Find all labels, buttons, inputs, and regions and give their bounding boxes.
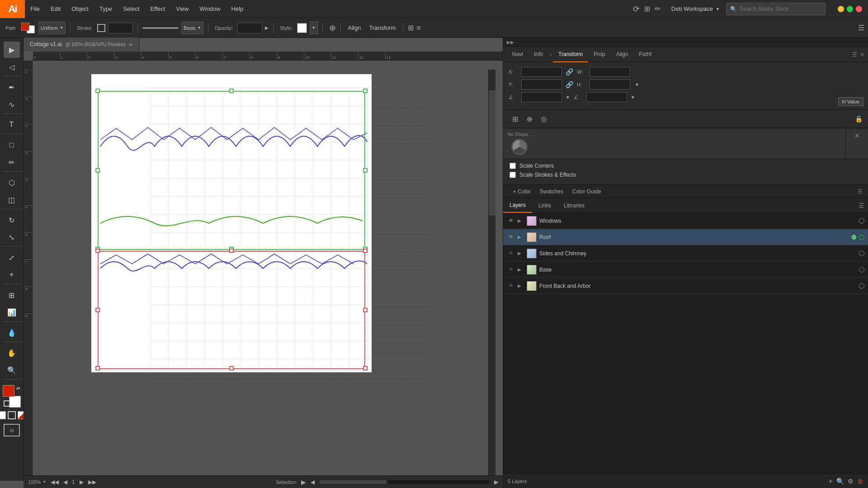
selection-tool[interactable]: ▶ — [4, 42, 20, 58]
layer-visibility-sides[interactable]: 👁 — [507, 249, 515, 258]
no-fill-button[interactable] — [8, 411, 16, 419]
stroke-color-swatch[interactable] — [97, 24, 105, 32]
menu-view[interactable]: View — [170, 0, 194, 18]
search-stock-input[interactable] — [740, 6, 816, 12]
paint-bucket-tool[interactable]: ⬡ — [4, 174, 20, 191]
layer-item-windows[interactable]: 👁 ▶ Windows — [503, 213, 868, 229]
workspace-selector[interactable]: Deb Workspace ▼ — [665, 0, 726, 18]
layer-target-sides[interactable] — [859, 251, 864, 256]
stroke-type-dropdown[interactable]: Basic ▼ — [181, 22, 203, 34]
delete-layer-button[interactable]: 🗑 — [857, 478, 863, 485]
w-input[interactable]: 8.5 in — [590, 67, 630, 77]
layer-item-base[interactable]: 👁 ▶ Base — [503, 262, 868, 278]
style-dropdown[interactable]: ▼ — [310, 22, 318, 34]
tab-transform[interactable]: Transform — [553, 47, 588, 62]
chevron-down-icon[interactable]: ▼ — [631, 95, 635, 100]
layer-expand-sides[interactable]: ▶ — [518, 251, 524, 256]
grid-icon[interactable]: ⊞ — [509, 113, 521, 125]
align-icon[interactable]: ≡ — [416, 24, 420, 32]
constrain-icon[interactable]: 🔗 — [566, 81, 573, 88]
style-swatch[interactable] — [297, 23, 307, 33]
opacity-expand-icon[interactable]: ▶ — [265, 25, 269, 30]
width-tool[interactable]: ⤢ — [4, 249, 20, 266]
layer-target-front[interactable] — [859, 283, 864, 289]
layers-list[interactable]: 👁 ▶ Windows 👁 ▶ Roof 👁 ▶ Sides and Ch — [503, 213, 868, 474]
eyedropper-tool[interactable]: 💧 — [4, 324, 20, 341]
angle-input[interactable]: 0° — [521, 92, 562, 102]
more-icon[interactable]: ☰ — [858, 23, 864, 32]
next-page-button[interactable]: ▶▶ — [88, 479, 96, 485]
layer-visibility-base[interactable]: 👁 — [507, 266, 515, 274]
color-panel-menu-icon[interactable]: ☰ — [858, 188, 863, 195]
tab-info[interactable]: Info — [528, 47, 548, 62]
prev-frame-button[interactable]: ◀ — [63, 479, 67, 485]
menu-select[interactable]: Select — [118, 0, 145, 18]
zoom-display[interactable]: 100% ▼ — [28, 479, 46, 485]
layer-target-roof[interactable] — [859, 235, 864, 240]
tab-color-guide[interactable]: Color Guide — [568, 185, 606, 198]
panel-options-icon[interactable]: ☰ — [852, 52, 857, 58]
menu-effect[interactable]: Effect — [145, 0, 170, 18]
scale-strokes-checkbox[interactable] — [509, 172, 516, 178]
menu-help[interactable]: Help — [226, 0, 249, 18]
next-frame-button[interactable]: ▶ — [80, 479, 84, 485]
pencil-tool[interactable]: ✏ — [4, 154, 20, 170]
scroll-left-button[interactable]: ◀ — [311, 479, 315, 485]
stroke-width-input[interactable]: 1 pt — [108, 23, 133, 33]
close-doc-button[interactable]: ✕ — [129, 42, 132, 47]
tab-links[interactable]: Links — [532, 198, 557, 213]
scale-corners-checkbox[interactable] — [509, 163, 516, 169]
brush-icon[interactable]: ✏ — [655, 5, 660, 13]
chevron-down-icon[interactable]: ▼ — [635, 82, 639, 87]
layer-expand-front[interactable]: ▶ — [518, 283, 524, 288]
fill-color-picker[interactable] — [20, 22, 36, 34]
maximize-button[interactable] — [847, 6, 853, 12]
swap-colors-button[interactable]: ⇄ — [16, 386, 20, 391]
canvas-area[interactable]: 0 1 2 3 4 5 6 7 8 9 10 11 12 13 0 1 2 3 … — [24, 52, 503, 488]
tab-navigator[interactable]: Navi — [507, 47, 528, 62]
color-wheel-icon[interactable]: ⊕ — [329, 23, 336, 33]
opacity-input[interactable]: 100% — [237, 23, 262, 33]
vertical-scrollbar[interactable] — [488, 70, 495, 487]
grid-icon[interactable]: ⊞ — [644, 5, 650, 13]
add-layer-button[interactable]: + — [829, 477, 833, 485]
layer-expand-base[interactable]: ▶ — [518, 267, 524, 272]
layer-expand-roof[interactable]: ▶ — [518, 235, 524, 239]
constrain-off-icon[interactable]: 🔒 — [855, 115, 863, 122]
search-layers-button[interactable]: 🔍 — [836, 478, 844, 485]
play-button[interactable]: ▶ — [301, 479, 306, 486]
rotate-tool[interactable]: ↻ — [4, 212, 20, 228]
align-button[interactable]: Align — [345, 24, 364, 31]
color-mode-button[interactable] — [4, 400, 10, 407]
puppet-warp-tool[interactable]: ⌖ — [4, 267, 20, 283]
tab-swatches[interactable]: Swatches — [535, 185, 568, 198]
y-input[interactable]: 3.5278 in — [521, 80, 562, 89]
direct-selection-tool[interactable]: ◁ — [4, 59, 20, 75]
transform-button[interactable]: Transform — [366, 24, 398, 31]
graph-tool[interactable]: 📊 — [4, 304, 20, 320]
layer-expand-windows[interactable]: ▶ — [518, 218, 524, 223]
layer-item-sides[interactable]: 👁 ▶ Sides and Chimney — [503, 245, 868, 262]
gradient-tool[interactable]: ◫ — [4, 192, 20, 208]
close-button[interactable] — [856, 6, 862, 12]
distribute-icon[interactable]: ⊞ — [408, 23, 414, 32]
menu-window[interactable]: Window — [194, 0, 226, 18]
layer-visibility-front[interactable]: 👁 — [507, 282, 515, 290]
search-stock-bar[interactable]: 🔍 — [726, 3, 826, 15]
tab-layers[interactable]: Layers — [503, 198, 532, 213]
close-panel-icon[interactable]: ✕ — [860, 52, 864, 58]
fill-type-dropdown[interactable]: Uniform ▼ — [38, 22, 66, 34]
artboard-button[interactable]: ⊟ — [4, 424, 20, 436]
type-tool[interactable]: T — [4, 117, 20, 133]
menu-type[interactable]: Type — [94, 0, 118, 18]
document-tab[interactable]: Cottage v1.ai @ 100% (RGB/GPU Preview) ✕ — [24, 38, 139, 51]
artboard-tool[interactable]: ⊞ — [4, 287, 20, 303]
pen-tool[interactable]: ✒ — [4, 79, 20, 95]
link-icon[interactable]: 🔗 — [566, 68, 573, 75]
tab-color[interactable]: ● Color — [509, 185, 535, 198]
zoom-tool[interactable]: 🔍 — [4, 362, 20, 378]
sync-icon[interactable]: ⟳ — [633, 4, 640, 14]
shear-input[interactable]: 0° — [586, 92, 627, 102]
timeline-scrubber[interactable] — [319, 480, 490, 484]
canvas-content[interactable] — [33, 61, 495, 488]
